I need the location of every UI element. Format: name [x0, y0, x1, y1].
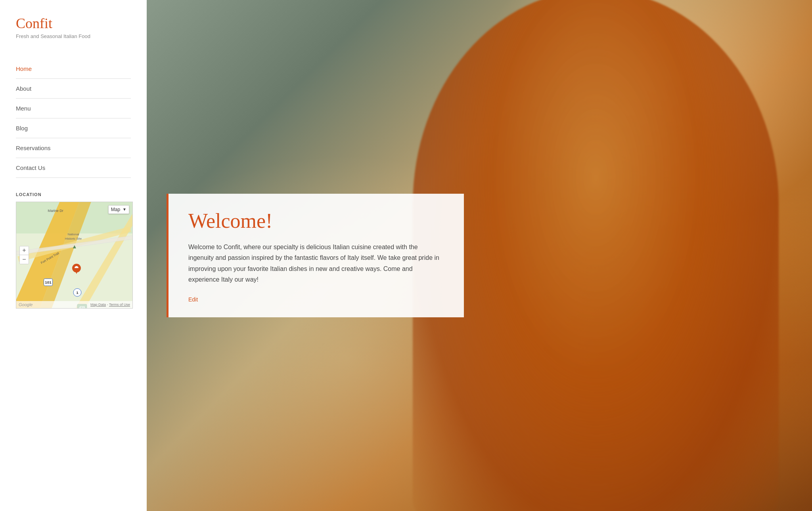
svg-text:▲: ▲	[72, 243, 77, 250]
nav-link-contact-us[interactable]: Contact Us	[16, 158, 131, 177]
zoom-in-button[interactable]: +	[20, 246, 29, 255]
svg-text:1: 1	[76, 290, 79, 295]
main-content: Welcome! Welcome to Confit, where our sp…	[147, 0, 812, 511]
zoom-out-button[interactable]: −	[20, 255, 29, 264]
nav-link-menu[interactable]: Menu	[16, 99, 131, 118]
map-zoom-controls: + −	[19, 246, 29, 264]
map-data-link[interactable]: Map Data	[90, 303, 106, 307]
svg-text:Marine Dr: Marine Dr	[48, 208, 63, 212]
map-container[interactable]: Fort Point Trail Marine Dr National Hist…	[16, 202, 133, 309]
nav-item-home[interactable]: Home	[16, 59, 131, 79]
main-nav: HomeAboutMenuBlogReservationsContact Us	[16, 51, 131, 178]
terms-of-use-link[interactable]: Terms of Use	[109, 303, 130, 307]
brand-section: Confit Fresh and Seasonal Italian Food	[16, 16, 131, 39]
wine-glass-decoration	[413, 0, 779, 511]
map-type-label: Map	[111, 207, 120, 212]
location-section: LOCATION Fort Point Trail	[16, 192, 131, 309]
welcome-title: Welcome!	[188, 210, 444, 232]
nav-list: HomeAboutMenuBlogReservationsContact Us	[16, 59, 131, 178]
nav-item-blog[interactable]: Blog	[16, 118, 131, 138]
map-bottom-bar: Google Map Data - Terms of Use	[16, 301, 132, 308]
nav-link-home[interactable]: Home	[16, 59, 131, 78]
location-label: LOCATION	[16, 192, 131, 197]
svg-text:101: 101	[45, 280, 52, 284]
map-attribution: Map Data - Terms of Use	[90, 303, 130, 307]
nav-link-blog[interactable]: Blog	[16, 118, 131, 138]
svg-text:Historic Site: Historic Site	[65, 237, 82, 240]
google-logo: Google	[19, 302, 33, 307]
welcome-body: Welcome to Confit, where our specialty i…	[188, 242, 444, 285]
map-type-control[interactable]: Map ▼	[108, 205, 129, 214]
edit-link[interactable]: Edit	[188, 296, 198, 303]
nav-link-reservations[interactable]: Reservations	[16, 138, 131, 158]
nav-item-reservations[interactable]: Reservations	[16, 138, 131, 158]
nav-item-contact-us[interactable]: Contact Us	[16, 158, 131, 178]
site-title[interactable]: Confit	[16, 16, 131, 32]
map-type-arrow: ▼	[123, 207, 126, 212]
site-subtitle: Fresh and Seasonal Italian Food	[16, 33, 131, 39]
welcome-card: Welcome! Welcome to Confit, where our sp…	[167, 194, 464, 317]
sidebar: Confit Fresh and Seasonal Italian Food H…	[0, 0, 147, 511]
nav-link-about[interactable]: About	[16, 79, 131, 98]
svg-text:National: National	[67, 233, 79, 236]
nav-item-menu[interactable]: Menu	[16, 99, 131, 118]
nav-item-about[interactable]: About	[16, 79, 131, 99]
